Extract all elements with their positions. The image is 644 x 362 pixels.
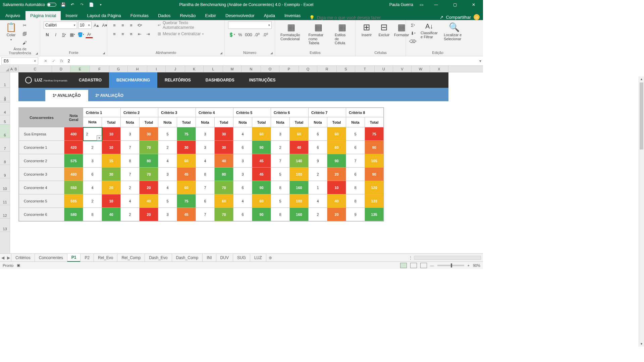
nota-cell[interactable]: 7 xyxy=(271,154,290,168)
nota-cell[interactable]: 2 xyxy=(121,181,140,194)
bold-button[interactable]: N xyxy=(44,31,51,38)
increase-indent-icon[interactable]: ⇥ xyxy=(144,30,152,38)
col-header-W[interactable]: W xyxy=(412,66,430,72)
select-all-corner[interactable] xyxy=(0,66,10,72)
col-header-O[interactable]: O xyxy=(261,66,279,72)
sheet-tab-SUG[interactable]: SUG xyxy=(233,254,250,262)
col-header-V[interactable]: V xyxy=(393,66,412,72)
font-color-icon[interactable]: A▾ xyxy=(86,31,93,38)
nota-cell[interactable]: 2 xyxy=(309,168,327,181)
nota-cell[interactable]: 2 xyxy=(83,141,102,154)
number-format-combo[interactable]: ▾ xyxy=(228,21,272,29)
nota-cell[interactable]: 8 xyxy=(196,168,215,181)
nota-cell[interactable]: 7 xyxy=(196,208,215,221)
sheet-tab-Rel_Evo[interactable]: Rel_Evo xyxy=(94,254,117,262)
tab-developer[interactable]: Desenvolvedor xyxy=(221,11,259,20)
col-header-E[interactable]: E xyxy=(70,66,90,72)
nota-cell[interactable]: 5 xyxy=(271,194,290,208)
nota-cell[interactable]: 8 xyxy=(83,208,102,221)
clear-icon[interactable]: ⌫▾ xyxy=(409,38,417,45)
formula-input[interactable]: 2 xyxy=(66,59,478,63)
worksheet-grid[interactable]: 12345678910111213 LUZ Planilhas Empresar… xyxy=(0,72,483,253)
col-header-B[interactable]: B xyxy=(13,66,18,72)
align-middle-icon[interactable]: ≡ xyxy=(119,21,126,29)
col-header-A[interactable]: A xyxy=(10,66,13,72)
zoom-slider[interactable] xyxy=(437,265,464,266)
nota-cell[interactable]: 6 xyxy=(346,141,365,154)
tab-avaliacao-1[interactable]: 1ª AVALIAÇÃO xyxy=(45,90,88,101)
align-left-icon[interactable]: ≡ xyxy=(111,30,118,38)
enter-formula-icon[interactable]: ✓ xyxy=(50,59,58,63)
col-header-P[interactable]: P xyxy=(279,66,299,72)
fx-icon[interactable]: fx xyxy=(58,59,66,63)
tellme-search[interactable]: 💡 xyxy=(309,15,390,20)
col-header-J[interactable]: J xyxy=(166,66,185,72)
sheet-tab-INI[interactable]: INI xyxy=(202,254,216,262)
sheet-tab-Concorrentes[interactable]: Concorrentes xyxy=(35,254,67,262)
conditional-format-button[interactable]: ▦Formatação Condicional xyxy=(278,21,305,42)
nota-cell[interactable]: 8 xyxy=(271,181,290,194)
page-layout-icon[interactable] xyxy=(410,263,417,268)
col-header-X[interactable]: X xyxy=(430,66,448,72)
nota-cell[interactable]: 5 xyxy=(346,127,365,141)
align-center-icon[interactable]: ≡ xyxy=(119,30,126,38)
accounting-icon[interactable]: 💲▾ xyxy=(228,31,235,38)
nota-cell[interactable]: 7 xyxy=(121,141,140,154)
cut-icon[interactable]: ✂ xyxy=(21,21,28,29)
comma-icon[interactable]: 000 xyxy=(245,31,252,38)
sheet-tab-Dash_Comp[interactable]: Dash_Comp xyxy=(172,254,203,262)
tab-avaliacao-2[interactable]: 2ª AVALIAÇÃO xyxy=(88,90,131,101)
nota-cell[interactable]: 8 xyxy=(346,181,365,194)
row-header-8[interactable]: 8 xyxy=(0,152,10,165)
customize-qat-icon[interactable]: ▾ xyxy=(98,2,103,7)
nota-cell[interactable]: 7 xyxy=(121,168,140,181)
touchmode-icon[interactable]: 📄 xyxy=(89,2,94,7)
nota-cell[interactable]: 8 xyxy=(121,154,140,168)
nota-cell[interactable]: 8 xyxy=(271,208,290,221)
row-header-12[interactable]: 12 xyxy=(0,205,10,219)
underline-button[interactable]: S▾ xyxy=(60,31,68,38)
row-header-6[interactable]: 6 xyxy=(0,125,10,138)
tab-formulas[interactable]: Fórmulas xyxy=(126,11,153,20)
find-select-button[interactable]: 🔍Localizar e Selecionar xyxy=(442,21,466,42)
font-name-combo[interactable]: Calibri▾ xyxy=(44,21,77,29)
row-header-1[interactable]: 1 xyxy=(0,72,10,88)
delete-cells-button[interactable]: ⊟Excluir xyxy=(376,21,392,38)
nota-cell[interactable]: 3 xyxy=(121,127,140,141)
nota-cell[interactable]: 4 xyxy=(83,181,102,194)
col-header-K[interactable]: K xyxy=(185,66,204,72)
merge-center-button[interactable]: ⊞Mesclar e Centralizar▾ xyxy=(156,30,221,38)
nav-benchmarking[interactable]: BENCHMARKING xyxy=(109,72,157,88)
cancel-formula-icon[interactable]: ✕ xyxy=(42,59,50,63)
col-header-I[interactable]: I xyxy=(147,66,166,72)
nota-cell[interactable]: 2 xyxy=(271,141,290,154)
col-header-U[interactable]: U xyxy=(375,66,393,72)
tab-home[interactable]: Página Inicial xyxy=(25,11,61,20)
tab-nav-prev[interactable]: ◀ xyxy=(0,255,6,260)
nota-cell[interactable]: 7 xyxy=(196,181,215,194)
font-size-combo[interactable]: 10▾ xyxy=(78,21,92,29)
decrease-indent-icon[interactable]: ⇤ xyxy=(136,30,143,38)
nota-cell[interactable]: 3 xyxy=(196,141,215,154)
row-header-5[interactable]: 5 xyxy=(0,115,10,125)
autosave-toggle[interactable]: Salvamento Automático xyxy=(3,2,56,7)
paste-button[interactable]: 📋 Colar▾ xyxy=(3,21,19,43)
col-header-C[interactable]: C xyxy=(18,66,52,72)
nota-cell[interactable]: 2 xyxy=(309,208,327,221)
col-header-H[interactable]: H xyxy=(128,66,147,72)
fill-icon[interactable]: ⬇▾ xyxy=(409,29,417,37)
align-right-icon[interactable]: ≡ xyxy=(127,30,135,38)
nota-cell[interactable]: 8 xyxy=(346,194,365,208)
close-button[interactable]: ✕ xyxy=(467,0,480,9)
save-icon[interactable]: 💾 xyxy=(60,2,66,7)
sheet-tab-Critérios[interactable]: Critérios xyxy=(11,254,35,262)
copy-icon[interactable]: 🗐 xyxy=(21,30,28,38)
nota-cell[interactable]: 3 xyxy=(83,154,102,168)
name-box[interactable]: E6▾ xyxy=(1,57,38,65)
wrap-text-button[interactable]: ↵Quebrar Texto Automaticamente xyxy=(156,21,221,29)
redo-icon[interactable]: ↷ xyxy=(79,2,85,7)
nota-cell[interactable]: 6 xyxy=(83,168,102,181)
nota-cell[interactable]: 4 xyxy=(233,127,252,141)
expand-formula-icon[interactable]: ▾ xyxy=(478,59,483,63)
col-header-M[interactable]: M xyxy=(223,66,241,72)
